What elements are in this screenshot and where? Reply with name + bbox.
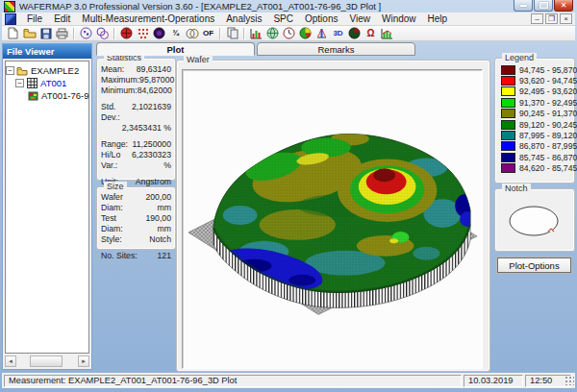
mdi-restore-button[interactable]: ❐ [545,13,558,24]
menu-spc[interactable]: SPC [267,13,299,24]
tree-item-label: AT001 [40,78,66,88]
wafer-grid-icon [26,79,38,88]
sphere-chart-icon[interactable] [346,27,363,40]
tree-item-example2[interactable]: − EXAMPLE2 [6,64,88,77]
menu-help[interactable]: Help [422,13,454,24]
range-label: Range: [101,139,128,150]
legend-swatch [501,120,515,130]
file-viewer-tree: − EXAMPLE2 − AT001 AT001-76-9 [5,61,89,354]
collapse-icon[interactable]: − [15,79,24,87]
of-map-icon[interactable]: OF [200,27,216,40]
legend-entry: 84,620 - 85,745 [495,163,574,174]
legend-swatch [501,86,515,96]
toolbar: ¾ OF 3D Ω [2,26,575,41]
tab-plot[interactable]: Plot [96,42,255,56]
menu-file[interactable]: File [21,13,48,24]
sites-label: No. Sites: [101,251,138,261]
legend-swatch [501,76,515,86]
distribution-chart-icon[interactable] [314,27,330,40]
collapse-icon[interactable]: − [6,66,14,75]
minimum-value: 84,62000 [138,86,172,96]
copy-icon[interactable] [224,27,240,40]
legend-swatch [501,163,515,173]
plot-options-button[interactable]: Plot-Options [497,257,571,273]
legend-entry: 90,245 - 91,370 [495,109,574,119]
3d-plot-icon[interactable]: 3D [330,27,346,40]
legend-swatch [501,141,515,151]
menu-window[interactable]: Window [376,13,422,24]
pie-chart-icon[interactable] [297,27,314,40]
wafer-stack-purple-icon[interactable] [94,27,111,40]
contour-map-red-icon[interactable] [118,27,135,40]
wafer-groupbox: Wafer [176,60,490,372]
scroll-left-icon[interactable]: ◂ [5,355,16,367]
print-icon[interactable] [54,27,70,40]
wafer-3d-plot[interactable] [182,69,483,369]
legend-entry: 87,995 - 89,120 [495,130,574,140]
statistics-groupbox: Statistics Mean:89,63140 Maximum:95,8700… [96,58,176,181]
scrollbar-thumb[interactable] [30,355,63,367]
menu-analysis[interactable]: Analysis [220,13,267,24]
tab-remarks[interactable]: Remarks [257,42,415,56]
menu-view[interactable]: View [343,13,376,24]
notch-diagram [495,192,572,248]
overlay-maps-icon[interactable] [184,27,200,40]
legend-swatch [501,131,515,140]
stddev-value: 2,1021639 [132,102,171,123]
status-date: 10.03.2019 [464,375,523,387]
clock-chart-icon[interactable] [281,27,297,40]
menu-multi-measurement-operations[interactable]: Multi-Measurement-Operations [76,13,220,24]
wafer-title: Wafer [184,55,213,64]
file-viewer-panel: File Viewer − EXAMPLE2 − AT001 AT001-76-… [2,43,92,370]
maximum-label: Maximum: [101,75,139,86]
omega-stats-icon[interactable]: Ω [363,27,379,40]
notch-title: Notch [502,184,531,193]
resize-grip[interactable] [564,376,574,385]
file-viewer-header: File Viewer [3,44,91,59]
histogram-icon[interactable] [248,27,264,40]
menu-edit[interactable]: Edit [48,13,76,24]
trend-chart-icon[interactable] [379,27,395,40]
tree-item-label: EXAMPLE2 [31,65,79,76]
wafer-3d-surface [183,70,482,368]
wafer-diam-value: 200,00 mm [138,192,171,213]
notch-groupbox: Notch [494,188,575,252]
site-map-red-icon[interactable] [135,27,151,40]
tree-item-at001[interactable]: − AT001 [6,77,88,89]
window-title: WAFERMAP 3.0 Professional Version 3.60 -… [19,1,381,12]
title-bar: WAFERMAP 3.0 Professional Version 3.60 -… [0,0,577,12]
legend-swatch [501,153,515,162]
toolbar-separator [219,28,221,39]
stddev-percent-value: 2,3453431 % [122,123,171,134]
style-label: Style: [101,234,122,245]
maximize-button[interactable] [534,0,553,12]
scroll-right-icon[interactable]: ▸ [78,355,89,367]
maximize-icon [539,2,548,9]
file-viewer-hscrollbar[interactable]: ◂ ▸ [5,355,89,367]
legend-swatch [501,98,515,108]
status-measurement: Measurement: EXAMPLE2_AT001_AT001-76-96_… [4,375,462,387]
minimize-icon [520,5,527,7]
save-icon[interactable] [38,27,54,40]
document-icon [5,13,16,25]
hilo-value: 6,2330323 % [132,150,171,171]
tree-item-label: AT001-76-9 [41,90,88,101]
legend-entry: 85,745 - 86,870 [495,152,574,162]
globe-chart-icon[interactable] [264,27,281,40]
mdi-close-button[interactable]: × [560,13,572,24]
mdi-minimize-button[interactable]: – [531,13,543,24]
new-document-icon[interactable] [5,27,21,40]
minimum-label: Minimum: [101,86,138,96]
close-button[interactable]: ✕ [554,0,573,12]
menu-bar: File Edit Multi-Measurement-Operations A… [2,12,575,26]
wafer-map-icon [27,91,38,101]
menu-options[interactable]: Options [299,13,343,24]
fraction-icon[interactable]: ¾ [167,27,184,40]
minimize-button[interactable] [514,0,533,12]
tree-item-at001-76-96[interactable]: AT001-76-9 [6,89,88,102]
wafer-map-purple-icon[interactable] [78,27,94,40]
style-value: Notch [149,234,171,245]
open-folder-icon[interactable] [21,27,38,40]
legend-entry: 86,870 - 87,995 [495,141,574,152]
disk-map-dark-icon[interactable] [151,27,167,40]
